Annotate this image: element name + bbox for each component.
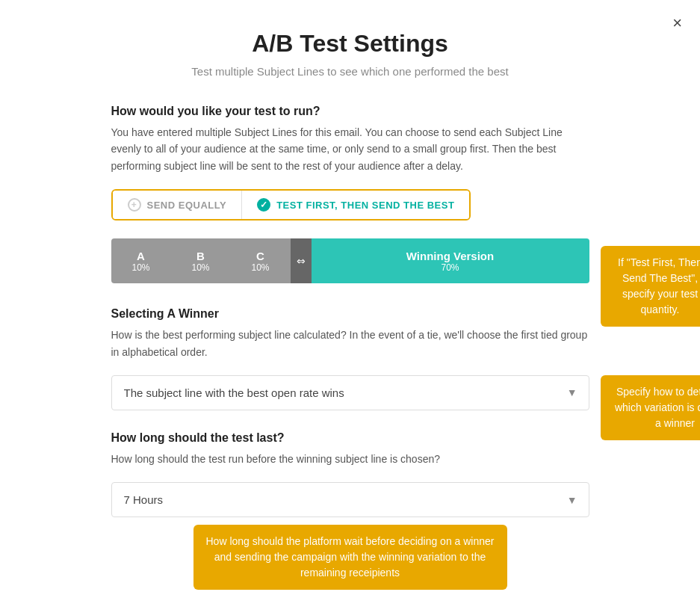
section2-title: Selecting A Winner <box>111 307 589 321</box>
winning-version-pct: 70% <box>441 262 459 273</box>
tooltip-winner: Specify how to determine which variation… <box>601 375 701 440</box>
content-area: How would you like your test to run? You… <box>111 105 589 517</box>
duration-select[interactable]: 1 Hour 2 Hours 4 Hours 7 Hours 12 Hours … <box>111 482 589 517</box>
duration-section: How long should the test last? How long … <box>111 431 589 517</box>
test-run-section: How would you like your test to run? You… <box>111 105 589 283</box>
test-first-icon: ✓ <box>257 198 270 212</box>
variation-b-pct: 10% <box>191 262 209 273</box>
variation-a-pct: 10% <box>131 262 149 273</box>
winner-select-wrapper: The subject line with the best open rate… <box>111 375 589 410</box>
send-equally-button[interactable]: + SEND EQUALLY <box>113 191 242 219</box>
send-equally-icon: + <box>128 198 141 212</box>
test-type-toggle: + SEND EQUALLY ✓ TEST FIRST, THEN SEND T… <box>111 189 471 221</box>
modal-title: A/B Test Settings <box>45 30 655 58</box>
modal-subtitle: Test multiple Subject Lines to see which… <box>45 65 655 78</box>
variation-a: A 10% <box>111 238 171 283</box>
variation-c-pct: 10% <box>251 262 269 273</box>
section3-title: How long should the test last? <box>111 431 589 445</box>
winning-version-label: Winning Version <box>406 250 494 262</box>
tooltip-test-qty: If "Test First, Then Send The Best", spe… <box>601 246 701 327</box>
ab-test-modal: × A/B Test Settings Test multiple Subjec… <box>0 0 700 592</box>
duration-select-wrapper: 1 Hour 2 Hours 4 Hours 7 Hours 12 Hours … <box>111 482 589 517</box>
test-first-label: TEST FIRST, THEN SEND THE BEST <box>276 200 454 211</box>
section3-desc: How long should the test run before the … <box>111 451 589 467</box>
section1-title: How would you like your test to run? <box>111 105 589 118</box>
winner-select[interactable]: The subject line with the best open rate… <box>111 375 589 410</box>
section1-desc: You have entered multiple Subject Lines … <box>111 124 589 174</box>
variation-bar: A 10% B 10% C 10% ⇔ Winning Version 70% <box>111 238 589 283</box>
winner-section: Selecting A Winner How is the best perfo… <box>111 307 589 410</box>
variation-b: B 10% <box>171 238 231 283</box>
variation-handle[interactable]: ⇔ <box>291 238 312 283</box>
test-first-button[interactable]: ✓ TEST FIRST, THEN SEND THE BEST <box>242 191 469 219</box>
send-equally-label: SEND EQUALLY <box>147 200 227 211</box>
variation-a-label: A <box>137 250 145 262</box>
close-button[interactable]: × <box>672 15 682 31</box>
tooltip-duration: How long should the platform wait before… <box>193 525 507 590</box>
variation-c-label: C <box>256 250 264 262</box>
variation-b-label: B <box>196 250 205 262</box>
variation-c: C 10% <box>231 238 291 283</box>
variation-bar-container: A 10% B 10% C 10% ⇔ Winning Version 70% <box>111 238 589 283</box>
winning-version-block: Winning Version 70% <box>312 238 589 283</box>
section2-desc: How is the best performing subject line … <box>111 327 589 360</box>
